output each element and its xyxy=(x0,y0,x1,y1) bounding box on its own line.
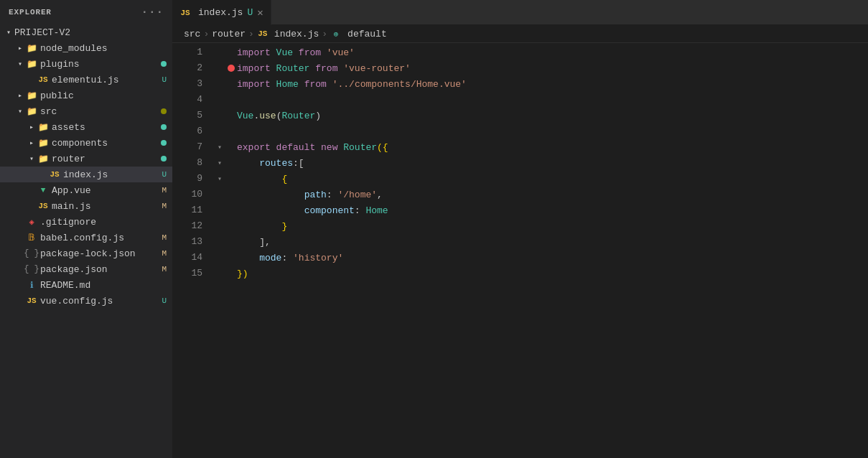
tab-indexjs[interactable]: JS index.js U ✕ xyxy=(172,0,271,25)
tab-bar: JS index.js U ✕ xyxy=(172,0,868,25)
tree-appvue[interactable]: ▼ App.vue M xyxy=(0,182,172,198)
line-8-content: routes:[ xyxy=(237,158,868,169)
breadcrumb-sep3: › xyxy=(322,29,327,39)
vueconfig-label: vue.config.js xyxy=(40,296,159,307)
breadcrumb-router: router xyxy=(212,29,246,39)
tree-public[interactable]: 📁 public xyxy=(0,88,172,103)
line-13-content: ], xyxy=(237,237,868,248)
indexjs-badge: U xyxy=(162,170,167,179)
tab-js-icon: JS xyxy=(179,7,191,19)
tree-components[interactable]: 📁 components xyxy=(0,135,172,151)
router-dot xyxy=(161,156,167,162)
tree-router[interactable]: 📁 router xyxy=(0,151,172,167)
bp-1 xyxy=(225,47,237,58)
components-folder-icon: 📁 xyxy=(37,137,49,149)
no-arrow xyxy=(26,200,37,212)
code-line-7: export default new Router({ xyxy=(208,139,868,155)
public-arrow xyxy=(14,90,26,101)
tab-label: index.js xyxy=(198,7,243,18)
tree-gitignore[interactable]: ◈ .gitignore xyxy=(0,214,172,230)
indexjs-label: index.js xyxy=(63,169,159,180)
assets-dot xyxy=(161,124,167,130)
src-folder-icon: 📁 xyxy=(26,106,37,117)
breadcrumb-js-icon: JS xyxy=(257,28,269,39)
project-name: PRIJECT-V2 xyxy=(14,27,172,38)
vue-icon: ▼ xyxy=(37,184,49,196)
code-line-4 xyxy=(208,92,868,108)
code-editor[interactable]: import Vue from 'vue' import Router from… xyxy=(208,43,868,458)
editor-area: JS index.js U ✕ src › router › JS index.… xyxy=(172,0,868,458)
node-modules-arrow xyxy=(14,42,26,54)
line-12-content: } xyxy=(237,221,868,232)
breadcrumb-symbol: default xyxy=(347,29,387,39)
bp-12 xyxy=(225,220,237,232)
bp-8 xyxy=(225,157,237,169)
line-11-content: component: Home xyxy=(237,205,868,216)
indexjs-icon: JS xyxy=(49,169,60,180)
code-line-1: import Vue from 'vue' xyxy=(208,45,868,60)
breadcrumb-file: index.js xyxy=(274,29,319,39)
tree-readme[interactable]: ℹ README.md xyxy=(0,277,172,293)
tree-indexjs[interactable]: JS index.js U xyxy=(0,167,172,182)
babel-icon: 𝔹 xyxy=(26,232,37,243)
bp-7 xyxy=(225,141,237,153)
readme-label: README.md xyxy=(40,280,172,291)
src-dot xyxy=(161,108,167,114)
readme-icon: ℹ xyxy=(26,279,37,291)
code-line-11: component: Home xyxy=(208,202,868,218)
appvue-label: App.vue xyxy=(52,185,159,196)
tree-babelconfig[interactable]: 𝔹 babel.config.js M xyxy=(0,230,172,246)
tree-packagejson[interactable]: { } package.json M xyxy=(0,261,172,277)
components-arrow xyxy=(26,137,37,149)
bp-3 xyxy=(225,78,237,90)
line-9-content: { xyxy=(237,174,868,184)
bp-6 xyxy=(225,126,237,137)
babelconfig-badge: M xyxy=(162,233,167,242)
bp-9 xyxy=(225,173,237,184)
tab-modified-badge: U xyxy=(247,7,253,18)
tree-mainjs[interactable]: JS main.js M xyxy=(0,198,172,214)
line-7-content: export default new Router({ xyxy=(237,142,868,153)
public-folder-icon: 📁 xyxy=(26,90,37,101)
fold-8[interactable] xyxy=(214,159,225,167)
line-15-content: }) xyxy=(237,268,868,279)
tree-src[interactable]: 📁 src xyxy=(0,103,172,119)
router-folder-icon: 📁 xyxy=(37,153,49,164)
tree-vueconfig[interactable]: JS vue.config.js U xyxy=(0,293,172,309)
no-arrow xyxy=(14,232,26,243)
code-container: 1 2 3 4 5 6 7 8 9 10 11 12 13 14 15 impo… xyxy=(172,43,868,458)
more-icon[interactable]: ··· xyxy=(141,6,164,19)
node-modules-label: node_modules xyxy=(40,43,172,54)
breadcrumb-func-icon: ⊕ xyxy=(330,28,342,39)
code-line-12: } xyxy=(208,218,868,234)
fold-9[interactable] xyxy=(214,174,225,183)
code-line-6 xyxy=(208,123,868,139)
tab-close-button[interactable]: ✕ xyxy=(257,8,263,18)
babelconfig-label: babel.config.js xyxy=(40,233,159,243)
bp-2 xyxy=(225,62,237,74)
json-icon2: { } xyxy=(26,263,37,275)
mainjs-icon: JS xyxy=(37,200,49,212)
tree-plugins[interactable]: 📁 plugins xyxy=(0,56,172,72)
components-label: components xyxy=(52,138,161,149)
packagejson-badge: M xyxy=(162,265,167,274)
breadcrumb-src: src xyxy=(184,29,200,39)
vueconfig-icon: JS xyxy=(26,295,37,307)
public-label: public xyxy=(40,90,172,101)
fold-7[interactable] xyxy=(214,143,225,151)
tree-root[interactable]: PRIJECT-V2 xyxy=(0,24,172,40)
packagelock-label: package-lock.json xyxy=(40,248,159,259)
tree-node-modules[interactable]: 📁 node_modules xyxy=(0,40,172,56)
no-arrow xyxy=(14,279,26,291)
code-line-2: import Router from 'vue-router' xyxy=(208,60,868,76)
plugins-arrow xyxy=(14,58,26,70)
line-1-content: import Vue from 'vue' xyxy=(237,47,868,58)
tree-assets[interactable]: 📁 assets xyxy=(0,119,172,135)
code-line-8: routes:[ xyxy=(208,155,868,171)
code-line-9: { xyxy=(208,171,868,187)
tree-elementui[interactable]: JS elementui.js U xyxy=(0,72,172,88)
sidebar-tree: PRIJECT-V2 📁 node_modules 📁 plugins JS e… xyxy=(0,24,172,458)
tree-packagelock[interactable]: { } package-lock.json M xyxy=(0,246,172,261)
assets-arrow xyxy=(26,121,37,133)
code-line-10: path: '/home', xyxy=(208,187,868,202)
